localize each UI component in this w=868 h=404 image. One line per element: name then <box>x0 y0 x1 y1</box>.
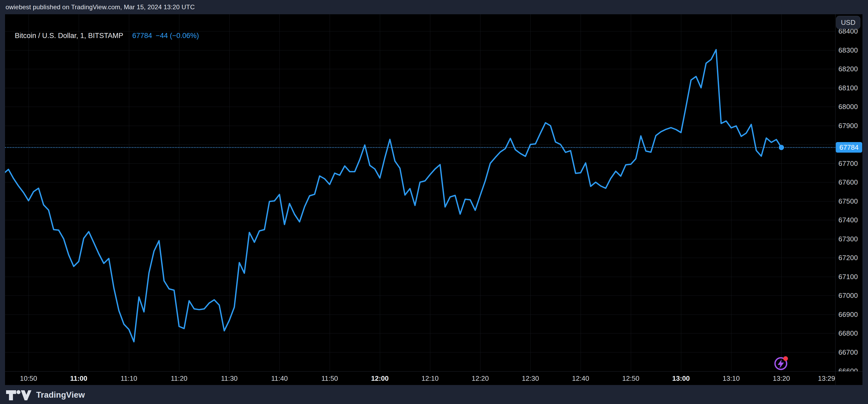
brand-bar: TradingView <box>5 387 85 403</box>
chart-panel: Bitcoin / U.S. Dollar, 1, BITSTAMP 67784… <box>5 14 863 385</box>
time-axis-label: 12:50 <box>622 374 639 382</box>
time-axis-label: 12:20 <box>471 374 489 382</box>
time-axis-label: 12:00 <box>371 374 389 382</box>
time-axis-label: 10:50 <box>20 374 37 382</box>
price-axis-label: 67600 <box>838 178 862 186</box>
price-axis-label: 68000 <box>838 103 862 111</box>
price-change-value: −44 (−0.06%) <box>156 32 199 40</box>
time-axis-label: 13:10 <box>722 374 740 382</box>
price-axis-label: 68300 <box>838 46 862 54</box>
price-axis-label: 67900 <box>838 122 862 130</box>
price-axis-label: 66700 <box>838 348 862 356</box>
price-axis-label: 66800 <box>838 329 862 338</box>
tradingview-screenshot: owiebest published on TradingView.com, M… <box>0 0 868 404</box>
last-price-value: 67784 <box>132 32 152 40</box>
price-axis-label: 67400 <box>838 216 862 224</box>
price-axis-label: 67100 <box>838 273 862 281</box>
price-axis[interactable]: 6840068300682006810068000679006780067700… <box>835 14 863 371</box>
price-axis-label: 68100 <box>838 84 862 92</box>
price-axis-label: 68200 <box>838 65 862 73</box>
time-axis-label: 13:29 <box>818 374 835 382</box>
time-axis-label: 11:50 <box>321 374 338 382</box>
price-axis-label: 67700 <box>838 159 862 168</box>
time-axis[interactable]: 10:5011:0011:1011:2011:3011:4011:5012:00… <box>5 371 863 385</box>
price-axis-label: 66900 <box>838 311 862 319</box>
time-axis-label: 12:10 <box>421 374 438 382</box>
axis-corner-cell <box>835 371 863 385</box>
time-axis-label: 13:20 <box>773 374 790 382</box>
symbol-title: Bitcoin / U.S. Dollar, 1, BITSTAMP <box>15 32 123 40</box>
price-axis-label: 67500 <box>838 197 862 206</box>
tradingview-logo-icon[interactable] <box>5 389 32 401</box>
brand-name[interactable]: TradingView <box>36 390 85 400</box>
time-axis-label: 11:30 <box>221 374 238 382</box>
time-axis-label: 12:30 <box>522 374 539 382</box>
price-axis-label: 67200 <box>838 254 862 262</box>
price-axis-label: 67300 <box>838 235 862 243</box>
attribution-text: owiebest published on TradingView.com, M… <box>5 0 195 14</box>
price-axis-label: 67000 <box>838 291 862 300</box>
currency-unit-button[interactable]: USD <box>836 16 860 29</box>
chart-plot-area[interactable]: Bitcoin / U.S. Dollar, 1, BITSTAMP 67784… <box>5 14 835 371</box>
price-line-series <box>5 14 835 371</box>
flash-marker-icon[interactable] <box>772 354 789 371</box>
time-axis-label: 11:10 <box>120 374 137 382</box>
current-price-tag: 67784 <box>836 142 862 153</box>
last-price-dot <box>779 145 784 150</box>
time-axis-label: 12:40 <box>572 374 589 382</box>
time-axis-label: 11:20 <box>170 374 187 382</box>
time-axis-label: 13:00 <box>672 374 690 382</box>
time-axis-label: 11:40 <box>271 374 288 382</box>
chart-legend[interactable]: Bitcoin / U.S. Dollar, 1, BITSTAMP 67784… <box>15 32 199 40</box>
time-axis-label: 11:00 <box>70 374 87 382</box>
